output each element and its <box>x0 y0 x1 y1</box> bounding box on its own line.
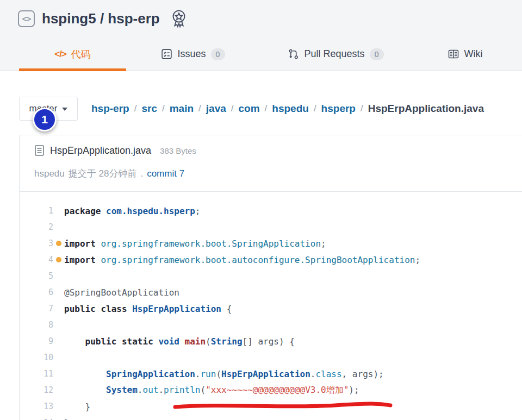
code-line: 4import org.springframework.boot.autocon… <box>20 252 522 268</box>
breadcrumb-separator: / <box>260 103 272 114</box>
line-number[interactable]: 11 <box>20 369 53 379</box>
code-text: System.out.println("xxx~~~~~@@@@@@@@@@V3… <box>64 385 359 396</box>
breadcrumb-link[interactable]: main <box>170 103 194 115</box>
breadcrumb-separator: / <box>356 103 368 114</box>
code-line: 10 <box>20 349 522 366</box>
breadcrumb-link[interactable]: src <box>141 103 157 115</box>
commit-link[interactable]: commit 7 <box>147 168 184 179</box>
line-number[interactable]: 8 <box>20 320 53 330</box>
code-line: 8 <box>20 317 522 333</box>
line-number[interactable]: 7 <box>20 304 53 314</box>
line-number[interactable]: 13 <box>20 402 53 411</box>
wiki-book-icon <box>448 48 459 60</box>
code-text: } <box>64 402 90 412</box>
repo-title[interactable]: hsping5 / hsp-erp <box>42 10 160 27</box>
code-line: 12 System.out.println("xxx~~~~~@@@@@@@@@… <box>20 382 522 398</box>
code-line: 1package com.hspedu.hsperp; <box>20 203 522 219</box>
breadcrumb-link[interactable]: hsp-erp <box>91 103 129 115</box>
breadcrumb-link[interactable]: java <box>206 103 226 115</box>
code-line: 7public class HspErpApplication { <box>20 300 522 317</box>
issues-checklist-icon <box>161 48 172 60</box>
code-line: 11 SpringApplication.run(HspErpApplicati… <box>20 366 522 382</box>
tab-code[interactable]: </> 代码 <box>19 38 126 70</box>
import-marker-dot <box>56 241 61 246</box>
code-line: 5 <box>20 268 522 284</box>
line-number[interactable]: 3 <box>20 239 53 248</box>
file-header: HspErpApplication.java 383 Bytes hspedu … <box>20 135 522 192</box>
line-number[interactable]: 9 <box>20 336 53 346</box>
breadcrumb-link[interactable]: com <box>239 103 260 115</box>
repo-title-row: <> hsping5 / hsp-erp <box>18 9 188 28</box>
commit-time: 提交于 28分钟前 <box>69 167 137 180</box>
active-tab-indicator <box>19 68 126 71</box>
code-line: 13 } <box>20 398 522 415</box>
line-number[interactable]: 5 <box>20 271 53 281</box>
annotation-step-badge: 1 <box>33 108 57 131</box>
chevron-down-icon <box>62 108 67 111</box>
breadcrumb-separator: / <box>157 103 170 114</box>
tab-issues[interactable]: Issues 0 <box>144 38 242 70</box>
file-name: HspErpApplication.java <box>50 145 151 156</box>
breadcrumb-separator: / <box>226 103 239 114</box>
tab-label: Issues <box>177 48 206 60</box>
breadcrumb: hsp-erp/src/main/java/com/hspedu/hsperp/… <box>91 97 484 121</box>
code-text: public class HspErpApplication { <box>64 304 232 314</box>
dot-separator: . <box>140 168 143 179</box>
code-text: @SpringBootApplication <box>64 287 179 298</box>
file-document-icon <box>34 145 45 156</box>
code-line: 2 <box>20 219 522 235</box>
medal-badge-icon[interactable] <box>170 9 188 28</box>
repo-code-icon: <> <box>18 10 35 27</box>
code-text: import org.springframework.boot.autoconf… <box>64 255 420 265</box>
code-line: 3import org.springframework.boot.SpringA… <box>20 235 522 252</box>
page: { "colors": { "accent_orange": "#ee7420"… <box>0 0 522 420</box>
file-title-row: HspErpApplication.java 383 Bytes <box>34 145 522 156</box>
line-number[interactable]: 12 <box>20 385 53 395</box>
file-view-panel: HspErpApplication.java 383 Bytes hspedu … <box>19 135 522 420</box>
import-marker-dot <box>56 257 61 262</box>
breadcrumb-link[interactable]: hsperp <box>321 103 356 115</box>
breadcrumb-current-file: HspErpApplication.java <box>368 103 484 115</box>
code-slash-icon: </> <box>54 49 66 60</box>
code-text: SpringApplication.run(HspErpApplication.… <box>64 369 384 379</box>
breadcrumb-separator: / <box>129 103 142 114</box>
code-line: 6@SpringBootApplication <box>20 284 522 300</box>
code-listing: 1package com.hspedu.hsperp;23import org.… <box>20 192 522 420</box>
tab-wiki[interactable]: Wiki <box>427 38 503 70</box>
page-header: <> hsping5 / hsp-erp </> 代码 Issues 0 Pul… <box>0 0 522 71</box>
tab-label: Wiki <box>464 48 483 60</box>
tab-pull-requests[interactable]: Pull Requests 0 <box>277 38 394 70</box>
file-size: 383 Bytes <box>160 146 196 155</box>
breadcrumb-separator: / <box>194 103 206 114</box>
line-number[interactable]: 6 <box>20 287 53 297</box>
commit-author[interactable]: hspedu <box>34 168 65 179</box>
issues-count-badge: 0 <box>211 48 225 60</box>
line-number[interactable]: 2 <box>20 222 53 232</box>
file-commit-row: hspedu 提交于 28分钟前 . commit 7 <box>34 167 522 180</box>
breadcrumb-link[interactable]: hspedu <box>272 103 309 115</box>
code-line: 14} <box>20 415 522 420</box>
code-line: 9 public static void main(String[] args)… <box>20 333 522 349</box>
line-number[interactable]: 10 <box>20 353 53 362</box>
line-number[interactable]: 14 <box>20 418 53 420</box>
line-number[interactable]: 1 <box>20 206 53 216</box>
pull-request-icon <box>288 48 299 60</box>
code-text: import org.springframework.boot.SpringAp… <box>64 239 326 249</box>
code-text: public static void main(String[] args) { <box>64 336 295 347</box>
tab-label: 代码 <box>71 48 91 61</box>
code-text: package com.hspedu.hsperp; <box>64 206 200 216</box>
code-text: } <box>64 418 70 420</box>
pr-count-badge: 0 <box>370 48 384 60</box>
tab-label: Pull Requests <box>304 48 364 60</box>
breadcrumb-separator: / <box>309 103 321 114</box>
line-number[interactable]: 4 <box>20 255 53 265</box>
